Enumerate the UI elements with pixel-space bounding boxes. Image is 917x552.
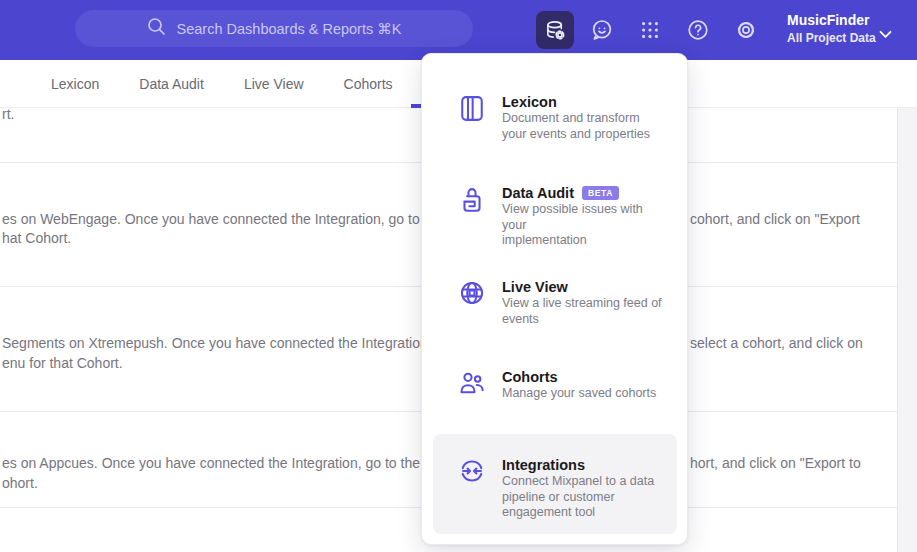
data-audit-icon xyxy=(459,186,485,214)
menu-title: Integrations xyxy=(502,456,585,474)
tab-data-audit[interactable]: Data Audit xyxy=(139,76,204,92)
content-right-gutter xyxy=(897,108,917,552)
project-switcher[interactable]: MusicFinder All Project Data xyxy=(787,11,876,46)
question-mark-icon xyxy=(686,18,710,42)
chevron-down-icon[interactable] xyxy=(879,25,892,43)
project-name: MusicFinder xyxy=(787,11,876,30)
menu-description: View possible issues with yourimplementa… xyxy=(502,202,669,249)
beta-badge: BETA xyxy=(582,186,619,200)
project-scope: All Project Data xyxy=(787,30,876,46)
bg-row4-text-left: es on Appcues. Once you have connected t… xyxy=(2,455,436,471)
bg-row4-text-right: hort, and click on "Export to xyxy=(690,455,861,471)
search-placeholder: Search Dashboards & Reports ⌘K xyxy=(177,21,402,37)
search-icon xyxy=(147,17,166,40)
gear-icon xyxy=(734,18,758,42)
tab-live-view[interactable]: Live View xyxy=(244,76,304,92)
menu-item-cohorts[interactable]: Cohorts Manage your saved cohorts xyxy=(433,358,677,412)
grid-dots-icon xyxy=(639,19,661,41)
bg-row2-text-line2: hat Cohort. xyxy=(2,230,71,246)
menu-title: Live View xyxy=(502,278,568,296)
bg-row4-text-line2: ohort. xyxy=(2,475,38,491)
menu-description: View a live streaming feed ofevents xyxy=(502,296,669,327)
cohorts-icon xyxy=(459,370,485,396)
data-management-dropdown: Lexicon Document and transformyour event… xyxy=(421,53,688,545)
chat-smiley-icon xyxy=(590,18,614,42)
bg-row2-text-right: cohort, and click on "Export xyxy=(690,211,860,227)
integrations-icon xyxy=(459,458,485,484)
search-input[interactable]: Search Dashboards & Reports ⌘K xyxy=(75,10,473,47)
data-management-button[interactable] xyxy=(536,11,574,49)
menu-title: Lexicon xyxy=(502,93,557,111)
tab-cohorts[interactable]: Cohorts xyxy=(344,76,393,92)
menu-description: Document and transformyour events and pr… xyxy=(502,111,669,142)
bg-row3-text-left: Segments on Xtremepush. Once you have co… xyxy=(2,335,432,351)
bg-row3-text-line2: enu for that Cohort. xyxy=(2,355,123,371)
database-gear-icon xyxy=(544,19,567,42)
top-header-bar: Search Dashboards & Reports ⌘K xyxy=(0,0,917,60)
menu-item-data-audit[interactable]: Data Audit BETA View possible issues wit… xyxy=(433,174,677,259)
menu-title: Cohorts xyxy=(502,368,558,386)
menu-item-lexicon[interactable]: Lexicon Document and transformyour event… xyxy=(433,83,677,152)
lexicon-icon xyxy=(459,95,485,122)
menu-item-live-view[interactable]: Live View View a live streaming feed ofe… xyxy=(433,268,677,337)
settings-button[interactable] xyxy=(734,18,758,42)
bg-row1-text: rt. xyxy=(2,106,14,122)
menu-title: Data Audit xyxy=(502,184,574,202)
menu-item-integrations[interactable]: Integrations Connect Mixpanel to a datap… xyxy=(433,434,677,534)
menu-description: Connect Mixpanel to a datapipeline or cu… xyxy=(502,474,669,521)
apps-grid-button[interactable] xyxy=(638,18,662,42)
bg-row2-text-left: es on WebEngage. Once you have connected… xyxy=(2,211,443,227)
help-button[interactable] xyxy=(686,18,710,42)
menu-description: Manage your saved cohorts xyxy=(502,386,669,402)
feedback-button[interactable] xyxy=(590,18,614,42)
bg-row3-text-right: select a cohort, and click on xyxy=(690,335,863,351)
tab-lexicon[interactable]: Lexicon xyxy=(51,76,99,92)
app-window: rt. es on WebEngage. Once you have conne… xyxy=(0,0,917,552)
live-view-icon xyxy=(459,280,485,306)
